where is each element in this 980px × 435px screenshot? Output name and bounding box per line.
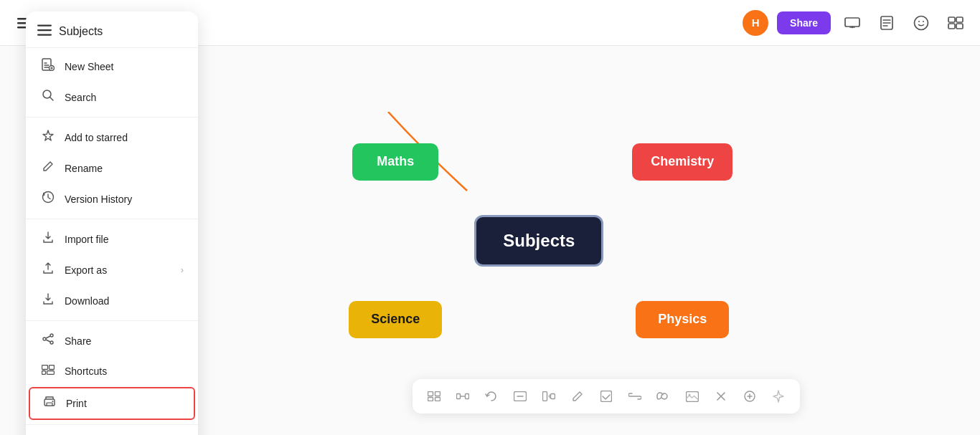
menu-label-shortcuts: Shortcuts [65, 365, 107, 377]
toolbar-clear-icon[interactable] [710, 385, 732, 408]
menu-item-rename[interactable]: Rename [26, 153, 198, 183]
node-center[interactable]: Subjects [474, 215, 603, 267]
menu-label-print: Print [66, 398, 87, 409]
divider-3 [26, 320, 198, 321]
svg-rect-20 [551, 394, 555, 399]
menu-label-export: Export as [65, 264, 107, 276]
version-history-icon [40, 191, 56, 207]
node-chemistry[interactable]: Chemistry [632, 143, 732, 181]
shortcuts-icon [40, 363, 56, 378]
download-icon [40, 292, 56, 309]
svg-rect-36 [50, 365, 55, 370]
dropdown-title: Subjects [59, 25, 103, 38]
node-maths[interactable]: Maths [352, 143, 438, 181]
export-icon [40, 262, 56, 278]
share-icon [40, 333, 56, 349]
toolbar-link-icon[interactable] [623, 385, 646, 408]
svg-rect-35 [42, 365, 48, 370]
export-arrow-icon: › [181, 264, 184, 275]
star-icon [40, 129, 56, 145]
menu-label-starred: Add to starred [65, 132, 128, 143]
menu-item-version-history[interactable]: Version History [26, 183, 198, 214]
menu-item-feedback[interactable]: Feedback ↗ [26, 429, 198, 435]
svg-rect-17 [466, 394, 469, 399]
node-science[interactable]: Science [349, 301, 442, 338]
svg-rect-13 [435, 392, 440, 396]
svg-rect-14 [428, 398, 433, 401]
toolbar-add-icon[interactable] [738, 385, 761, 408]
menu-item-download[interactable]: Download [26, 285, 198, 316]
svg-rect-40 [47, 403, 52, 406]
menu-item-export[interactable]: Export as › [26, 254, 198, 285]
menu-label-new-sheet: New Sheet [65, 61, 113, 72]
dropdown-menu: Subjects New Sheet Search [26, 11, 198, 435]
new-sheet-icon [40, 58, 56, 75]
node-physics[interactable]: Physics [636, 301, 729, 338]
svg-rect-19 [543, 392, 547, 401]
search-icon [40, 89, 56, 105]
svg-rect-10 [948, 24, 955, 29]
avatar: H [743, 10, 768, 36]
svg-rect-27 [37, 34, 52, 36]
menu-item-print[interactable]: Print [29, 387, 195, 420]
svg-rect-16 [457, 394, 461, 399]
hamburger-icon [37, 24, 52, 39]
svg-rect-12 [428, 392, 433, 396]
divider-2 [26, 219, 198, 219]
share-button[interactable]: Share [777, 11, 831, 34]
svg-rect-15 [435, 398, 440, 401]
menu-label-share: Share [65, 335, 91, 347]
svg-point-33 [43, 338, 46, 340]
menu-item-share[interactable]: Share [26, 325, 198, 356]
toolbar-sparkle-icon[interactable] [767, 385, 790, 408]
toolbar-infinity-icon[interactable] [652, 385, 675, 408]
toolbar-check-icon[interactable] [595, 385, 618, 408]
svg-rect-26 [37, 29, 52, 31]
menu-label-import: Import file [65, 234, 108, 245]
print-icon [42, 396, 57, 411]
svg-point-7 [923, 21, 924, 22]
toolbar-edit-icon[interactable] [566, 385, 589, 408]
svg-rect-37 [42, 371, 46, 375]
header-right: H Share [743, 10, 969, 36]
rename-icon [40, 160, 56, 176]
svg-point-5 [915, 16, 928, 29]
divider-4 [26, 424, 198, 425]
svg-point-30 [43, 90, 51, 98]
menu-label-version-history: Version History [65, 193, 132, 205]
import-icon [40, 231, 56, 247]
menu-item-starred[interactable]: Add to starred [26, 122, 198, 153]
toolbar-group-icon[interactable] [423, 385, 446, 408]
toolbar-undo-icon[interactable] [480, 385, 503, 408]
notes-icon[interactable] [874, 10, 900, 36]
presentation-icon[interactable] [839, 10, 865, 36]
toolbar-expand-icon[interactable] [537, 385, 560, 408]
divider-1 [26, 117, 198, 118]
toolbar-connect-icon[interactable] [451, 385, 474, 408]
menu-item-new-sheet[interactable]: New Sheet [26, 51, 198, 82]
svg-point-41 [52, 401, 54, 402]
toolbar-collapse-icon[interactable] [509, 385, 532, 408]
dropdown-header: Subjects [26, 19, 198, 48]
bottom-toolbar [413, 379, 800, 414]
svg-point-34 [50, 341, 53, 344]
menu-label-rename: Rename [65, 163, 103, 174]
svg-rect-11 [956, 24, 963, 29]
menu-item-import[interactable]: Import file [26, 224, 198, 254]
menu-label-search: Search [65, 92, 96, 103]
svg-rect-38 [47, 371, 55, 375]
svg-rect-25 [37, 25, 52, 27]
svg-point-32 [50, 334, 53, 337]
svg-rect-8 [948, 17, 955, 22]
menu-label-download: Download [65, 295, 109, 307]
menu-item-search[interactable]: Search [26, 82, 198, 113]
svg-rect-3 [845, 18, 859, 27]
menu-item-shortcuts[interactable]: Shortcuts [26, 356, 198, 386]
svg-point-6 [918, 21, 920, 22]
emoji-icon[interactable] [908, 10, 934, 36]
toolbar-image-icon[interactable] [681, 385, 704, 408]
layout-icon[interactable] [943, 10, 969, 36]
svg-rect-9 [956, 17, 963, 22]
